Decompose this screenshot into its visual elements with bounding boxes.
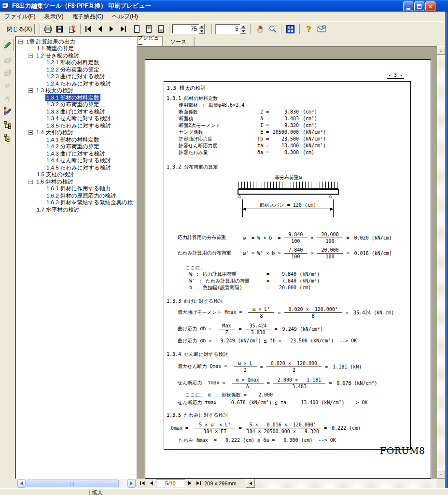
footer-next-page-button[interactable] [186,479,194,487]
annotate-pen-button[interactable] [1,39,14,51]
tree-item[interactable]: 1.2.1 部材の材料定数 [15,59,137,67]
facing-pages-button[interactable] [143,24,154,34]
tree-item[interactable]: 1.6.3 斜材を緊結する緊結金具の検 [15,199,137,207]
print-button[interactable] [42,24,53,34]
where-row: W ： 応力計算用荷重= 9.840 (kN/m²) [164,271,410,278]
zoom-input[interactable]: 75 [172,24,199,34]
tree-item[interactable]: 1.2.3 曲げに対する検討 [15,73,137,81]
menu-help[interactable]: ヘルプ(H) [108,12,142,22]
pages-tool-button[interactable] [1,54,14,67]
help-button[interactable]: ? [303,24,314,34]
minimize-button[interactable] [403,1,413,11]
tree-item[interactable]: 1.3 根太の検討 [15,87,137,95]
tree-item[interactable]: 1.6.1 斜材に作用する軸力 [15,185,137,193]
collapse-icon[interactable] [28,130,33,135]
document-frame: 1.3 根太の検討 1.3.1 部材の材料定数 使用部材 ： 単管φ48.6×2… [164,81,411,450]
tree-structure2-button[interactable] [1,131,14,144]
scroll-right-icon [130,481,133,485]
zoom-spinner[interactable] [199,24,205,34]
tree-item[interactable]: 1章 計算結果の出力 [15,38,137,45]
first-page-icon [84,26,92,32]
edit-numbering-button[interactable] [1,104,14,117]
spin-down-icon[interactable] [199,29,205,34]
menu-view[interactable]: 表示(V) [40,12,68,22]
export-button[interactable] [67,24,77,34]
tree-item-selected[interactable]: 1.3.1 部材の材料定数 [15,94,137,101]
maximize-button[interactable] [414,1,424,11]
sketch-tool-button[interactable] [1,79,14,92]
collapse-icon[interactable] [28,54,33,58]
collapse-icon[interactable] [18,40,23,44]
last-page-button[interactable] [118,24,128,34]
menu-file[interactable]: ファイル(F) [0,12,40,22]
spin-up-icon[interactable] [199,24,205,29]
check-line-shear: せん断応力 τmax = 0.678 (kN/cm²) ≦ τa = 13.40… [164,399,410,406]
spin-down-icon[interactable] [240,29,246,34]
formula-max-shear: 最大せん断力 Qmax = ω × L2 = 0.020 × 120.0002 … [164,359,410,374]
tree-item[interactable]: 1.4.5 たわみに対する検討 [15,164,137,171]
scroll-up-button[interactable]: ▲ [437,46,445,55]
continuous-pages-button[interactable] [155,24,166,34]
tree-item[interactable]: 1.4.2 分布荷重の算定 [15,143,137,151]
collapse-icon[interactable] [28,88,33,93]
tree-item[interactable]: 1.3.5 たわみに対する検討 [15,122,137,129]
collapse-icon[interactable] [28,180,33,184]
tree-item[interactable]: 1.6.2 斜材の座屈応力の検討 [15,192,137,199]
tree-scroll-left-button[interactable] [17,479,26,488]
tree-item[interactable]: 1.2.2 分布荷重の算定 [15,66,137,73]
tree-item[interactable]: 1.4.1 部材の材料定数 [15,136,137,143]
tree-item[interactable]: 1.4.3 曲げに対する検討 [15,150,137,157]
zoom-tool-button[interactable] [267,24,278,34]
tree-item[interactable]: 1.7 水平材の検討 [15,206,137,213]
sketch-icon [3,94,12,102]
page-number-input[interactable]: 5 [215,24,240,34]
tree-structure-button[interactable] [1,119,14,131]
spin-up-icon[interactable] [240,24,246,29]
toolbar: 閉じる(X) 75 5 ? [0,21,448,36]
preview-horizontal-scrollbar[interactable] [255,479,436,488]
section-heading: 1.3 根太の検討 [164,85,410,92]
tree-item[interactable]: 1.2 せき板の検討 [15,52,137,59]
pan-tool-button[interactable] [254,24,266,34]
sketch-tool2-button[interactable] [1,92,14,104]
tree-item[interactable]: 1.3.4 せん断に対する検討 [15,115,137,123]
close-preview-button[interactable]: 閉じる(X) [4,24,35,34]
save-button[interactable] [54,24,65,34]
prev-page-button[interactable] [95,24,105,34]
page-spinner[interactable] [240,24,246,34]
fit-page-button[interactable] [285,24,296,34]
side-tool-strip [0,36,15,488]
tab-source[interactable]: ソース [163,37,194,46]
tree-item[interactable]: 1.6 斜材の検討 [15,178,137,185]
pages-tool2-button[interactable] [1,67,14,79]
tree-item[interactable]: 1.3.2 分布荷重の算定 [15,101,137,109]
tree-scroll-thumb[interactable] [27,480,119,487]
page-position-field[interactable]: 5/10 [156,479,185,487]
hscroll-left-button[interactable] [246,479,255,488]
tree-item[interactable]: 1.5 支柱の検討 [15,171,137,179]
preview-vertical-scrollbar[interactable]: ▲ ▼ [437,46,445,479]
menu-edelivery[interactable]: 電子納品(C) [68,12,108,22]
tree-horizontal-scrollbar[interactable] [17,479,136,488]
preview-area[interactable]: - 3 - 1.3 根太の検討 1.3.1 部材の材料定数 使用部材 ： 単管φ… [137,46,437,479]
footer-last-page-button[interactable] [194,479,203,487]
page-size-label: 209 x 296mm [204,479,248,487]
printer-icon [44,25,52,33]
close-button[interactable]: × [425,1,435,11]
tree-item[interactable]: 1.1 荷重の算定 [15,45,137,53]
next-page-button[interactable] [106,24,117,34]
single-page-button[interactable] [131,24,142,34]
mail-button[interactable] [316,24,327,34]
tree-item[interactable]: 1.3.3 曲げに対する検討 [15,108,137,115]
tree-item[interactable]: 1.4 大引の検討 [15,129,137,137]
footer-prev-page-button[interactable] [148,479,155,487]
tree-item[interactable]: 1.4.4 せん断に対する検討 [15,157,137,165]
first-page-button[interactable] [83,24,94,34]
tab-preview[interactable]: プレビュー [137,36,163,46]
forum8-logo: FORUM8 [380,445,425,456]
footer-first-page-button[interactable] [138,479,147,487]
tree-item[interactable]: 1.2.4 たわみに対する検討 [15,80,137,87]
scroll-down-button[interactable]: ▼ [437,470,445,479]
tree-scroll-right-button[interactable] [127,479,136,488]
support-icon: △ [238,193,241,199]
